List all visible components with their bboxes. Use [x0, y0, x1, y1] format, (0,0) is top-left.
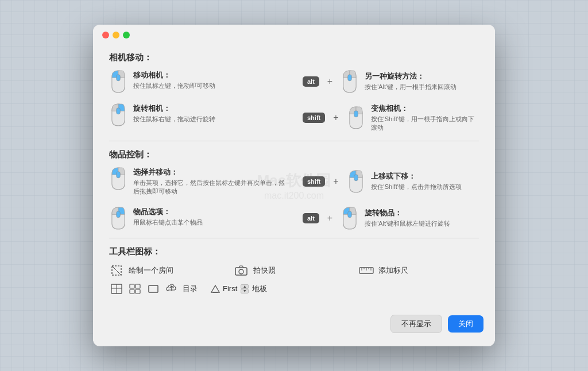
svg-point-11: [239, 269, 243, 274]
svg-line-9: [112, 266, 121, 275]
add-ruler-label: 添加标尺: [378, 265, 408, 276]
svg-rect-4: [117, 172, 121, 178]
rotate-camera-label: 旋转相机：: [133, 103, 285, 114]
zoom-camera-item: shift + 变焦相机： 按住'Shift'键，用一根手指向上或向下滚动: [303, 103, 479, 133]
svg-rect-22: [136, 284, 140, 288]
camera-icon-box: [234, 264, 249, 277]
plus-sign-3: +: [333, 176, 338, 187]
zoom-camera-label: 变焦相机：: [371, 103, 479, 114]
alt-key-badge: alt: [303, 76, 319, 87]
alt-rotate-text: 另一种旋转方法： 按住'Alt'键，用一根手指来回滚动: [365, 71, 479, 91]
move-updown-label: 上移或下移：: [371, 171, 479, 181]
rect-icon: [148, 284, 159, 294]
toolbar-section: 工具栏图标： 绘制一个房间: [109, 246, 479, 295]
shift-key-badge-camera: shift: [303, 113, 325, 123]
item-options-label: 物品选项：: [133, 207, 285, 217]
select-move-item: 选择并移动： 单击某项，选择它，然后按住鼠标左键并再次单击，然后拖拽即可移动: [109, 167, 285, 196]
divider-2: [109, 238, 479, 238]
title-bar: [93, 25, 495, 43]
rotate-camera-item: 旋转相机： 按住鼠标右键，拖动进行旋转: [109, 103, 285, 133]
grid-icon-box: [127, 283, 142, 295]
close-traffic-light[interactable]: [102, 32, 109, 38]
svg-rect-24: [136, 289, 140, 293]
draw-room-icon: [111, 265, 122, 276]
mouse-icon-rotate: [109, 103, 127, 126]
alt-rotate-item: alt + 另一种旋转方法： 按住'Alt'键，用一根手指来回滚动: [303, 70, 479, 93]
select-move-text: 选择并移动： 单击某项，选择它，然后按住鼠标左键并再次单击，然后拖拽即可移动: [133, 167, 285, 196]
mouse-icon-alt-rotate: [341, 70, 359, 93]
floor-plan-mini-icon: [210, 284, 220, 293]
divider-1: [109, 141, 479, 141]
items-section-title: 物品控制：: [109, 149, 479, 160]
bottom-bar: 不再显示 关闭: [93, 307, 495, 341]
svg-rect-2: [117, 108, 121, 114]
rotate-camera-text: 旋转相机： 按住鼠标右键，拖动进行旋转: [133, 103, 285, 123]
dialog-content: 相机移动： 移动相机： 按住鼠标左键，拖动即可移动 alt +: [93, 43, 495, 307]
ruler-icon-box: [359, 264, 374, 277]
toolbar-top-row: 绘制一个房间 拍快照: [109, 264, 479, 277]
svg-rect-1: [348, 75, 352, 81]
rotate-item-text: 旋转物品： 按住'Alt'键和鼠标左键进行旋转: [365, 208, 479, 228]
item-options-text: 物品选项： 用鼠标右键点击某个物品: [133, 207, 285, 227]
floorplan-icon: [111, 284, 122, 294]
move-camera-desc: 按住鼠标左键，拖动即可移动: [133, 82, 285, 90]
svg-rect-25: [149, 285, 158, 292]
svg-rect-7: [348, 211, 352, 217]
mouse-icon-zoom: [347, 106, 365, 129]
ruler-icon: [359, 265, 374, 276]
floor-stepper[interactable]: ▲ ▼: [241, 284, 249, 293]
camera-icon: [235, 265, 247, 276]
mouse-icon-select: [109, 167, 127, 190]
traffic-lights: [102, 32, 130, 38]
move-updown-text: 上移或下移： 按住'Shift'键，点击并拖动所选项: [371, 171, 479, 191]
svg-rect-21: [130, 284, 134, 288]
upload-icon: [165, 283, 178, 295]
rotate-item-item: alt + 旋转物品： 按住'Alt'键和鼠标左键进行旋转: [303, 207, 479, 230]
rect-icon-box: [146, 283, 161, 295]
move-camera-label: 移动相机：: [133, 70, 285, 80]
alt-key-badge-items: alt: [303, 213, 319, 223]
plus-sign-2: +: [333, 113, 338, 123]
item-options-item: 物品选项： 用鼠标右键点击某个物品: [109, 207, 285, 230]
svg-rect-5: [354, 175, 358, 181]
move-updown-item: shift + 上移或下移： 按住'Shift'键，点击并拖动所选项: [303, 167, 479, 196]
floor-up-button[interactable]: ▲: [241, 284, 249, 289]
toolbar-bottom-row: 目录 First ▲ ▼ 地板: [109, 283, 479, 295]
item-options-desc: 用鼠标右键点击某个物品: [133, 218, 285, 227]
catalog-label: 目录: [183, 284, 198, 294]
add-ruler-item: 添加标尺: [359, 264, 479, 277]
alt-rotate-label: 另一种旋转方法：: [365, 71, 479, 82]
select-move-desc: 单击某项，选择它，然后按住鼠标左键并再次单击，然后拖拽即可移动: [133, 179, 285, 196]
rotate-item-desc: 按住'Alt'键和鼠标左键进行旋转: [365, 219, 479, 228]
mouse-icon-updown: [347, 170, 365, 193]
svg-rect-3: [354, 111, 358, 117]
camera-items-grid: 移动相机： 按住鼠标左键，拖动即可移动 alt + 另一种旋转方法： 按住'Al…: [109, 70, 479, 133]
select-move-label: 选择并移动：: [133, 167, 285, 177]
close-button[interactable]: 关闭: [448, 315, 483, 333]
plus-sign-4: +: [327, 213, 332, 223]
toolbar-section-title: 工具栏图标：: [109, 246, 479, 257]
alt-rotate-desc: 按住'Alt'键，用一根手指来回滚动: [365, 83, 479, 91]
draw-room-icon-box: [109, 264, 124, 277]
move-updown-desc: 按住'Shift'键，点击并拖动所选项: [371, 183, 479, 191]
move-camera-item: 移动相机： 按住鼠标左键，拖动即可移动: [109, 70, 285, 93]
floorplan-icon-box: [109, 283, 124, 295]
floor-label: 地板: [252, 284, 267, 294]
mouse-icon-options: [109, 207, 127, 230]
camera-section-title: 相机移动：: [109, 52, 479, 63]
rotate-item-label: 旋转物品：: [365, 208, 479, 218]
dismiss-button[interactable]: 不再显示: [390, 315, 442, 333]
svg-rect-23: [130, 289, 134, 293]
help-dialog: Mac软件园 mac.it200.com 相机移动： 移动相机： 按住鼠标左键，…: [93, 25, 495, 346]
minimize-traffic-light[interactable]: [113, 32, 119, 38]
svg-rect-0: [117, 75, 121, 81]
take-photo-item: 拍快照: [234, 264, 354, 277]
shift-key-badge-items: shift: [303, 176, 325, 187]
rotate-camera-desc: 按住鼠标右键，拖动进行旋转: [133, 115, 285, 123]
floor-selector: First ▲ ▼ 地板: [210, 284, 267, 294]
floor-down-button[interactable]: ▼: [241, 289, 249, 293]
maximize-traffic-light[interactable]: [123, 32, 130, 38]
zoom-camera-text: 变焦相机： 按住'Shift'键，用一根手指向上或向下滚动: [371, 103, 479, 133]
items-grid: 选择并移动： 单击某项，选择它，然后按住鼠标左键并再次单击，然后拖拽即可移动 s…: [109, 167, 479, 230]
draw-room-item: 绘制一个房间: [109, 264, 229, 277]
